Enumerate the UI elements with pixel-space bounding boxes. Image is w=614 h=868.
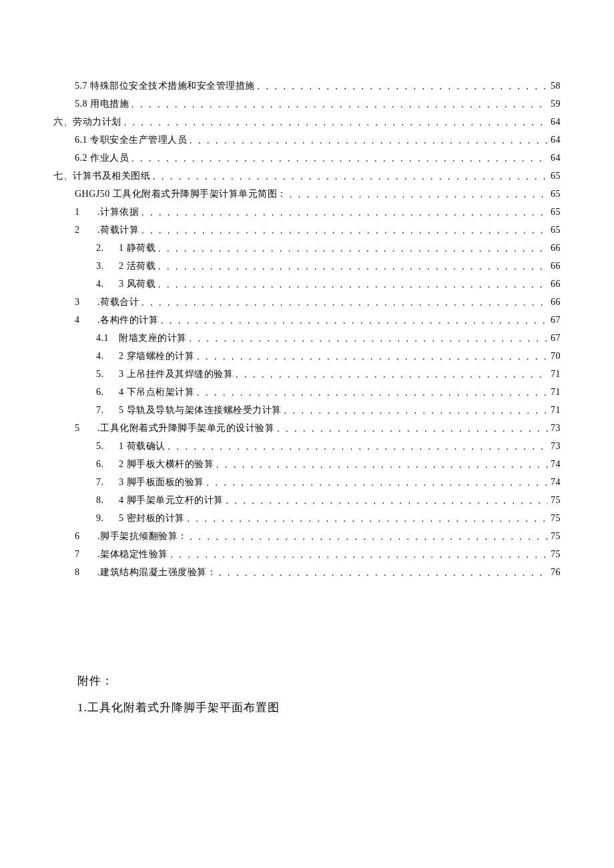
toc-leader-dots xyxy=(216,456,548,474)
toc-leader-dots xyxy=(190,131,548,149)
toc-number: 2. xyxy=(96,239,119,257)
toc-page-number: 75 xyxy=(551,509,561,527)
toc-page-number: 74 xyxy=(551,473,561,491)
toc-number: 8 xyxy=(75,563,97,581)
toc-leader-dots xyxy=(141,203,548,222)
appendix-title: 附件： xyxy=(77,668,561,695)
toc-leader-dots xyxy=(190,330,549,348)
toc-label: .各构件的计算 xyxy=(97,311,158,329)
toc-number: 5. xyxy=(96,365,119,383)
toc-label: .架体稳定性验算 xyxy=(97,545,168,563)
toc-entry: 7.架体稳定性验算75 xyxy=(53,545,561,563)
toc-label: 1 静荷载 xyxy=(119,239,156,257)
toc-leader-dots xyxy=(131,95,548,113)
toc-entry: 5.1 荷载确认73 xyxy=(53,437,561,455)
toc-page-number: 70 xyxy=(551,347,561,365)
toc-entry: 2.1 静荷载66 xyxy=(53,239,561,257)
toc-label: GHGJ50 工具化附着式升降脚手架计算单元简图： xyxy=(75,185,287,203)
toc-leader-dots xyxy=(284,402,549,420)
toc-leader-dots xyxy=(207,474,549,492)
toc-entry: 7.3 脚手板面板的验算74 xyxy=(53,473,561,491)
toc-leader-dots xyxy=(188,510,549,528)
toc-leader-dots xyxy=(290,185,548,203)
toc-page-number: 71 xyxy=(551,401,561,419)
toc-entry: 7.5 导轨及导轨与架体连接螺栓受力计算71 xyxy=(53,401,561,419)
toc-label: 3 风荷载 xyxy=(119,275,156,293)
toc-leader-dots xyxy=(158,258,548,276)
toc-entry: 3.2 活荷载66 xyxy=(53,257,561,275)
toc-page-number: 71 xyxy=(551,383,561,401)
toc-page-number: 76 xyxy=(551,563,561,581)
toc-entry: 5.3 上吊挂件及其焊缝的验算71 xyxy=(53,365,561,383)
toc-number: 6. xyxy=(96,383,119,401)
toc-page-number: 66 xyxy=(551,239,561,257)
toc-page-number: 75 xyxy=(551,491,561,509)
toc-entry: 七、计算书及相关图纸65 xyxy=(53,167,561,185)
toc-entry: 4.3 风荷载66 xyxy=(53,275,561,293)
toc-number: 4.1 xyxy=(96,329,119,347)
toc-page-number: 73 xyxy=(551,419,561,437)
toc-label: 七、计算书及相关图纸 xyxy=(53,167,150,185)
toc-label: 2 活荷载 xyxy=(119,257,156,275)
toc-number: 6. xyxy=(96,455,119,473)
appendix-item-1: 1.工具化附着式升降脚手架平面布置图 xyxy=(77,695,561,721)
toc-number: 7 xyxy=(75,545,97,563)
toc-leader-dots xyxy=(153,167,548,185)
toc-entry: 8.4 脚手架单元立杆的计算75 xyxy=(53,491,561,509)
toc-entry: 3.荷载合计66 xyxy=(53,293,561,311)
toc-label: 5.8 用电措施 xyxy=(75,95,129,113)
toc-page-number: 64 xyxy=(551,149,561,167)
toc-number: 5. xyxy=(96,437,119,455)
toc-number: 3 xyxy=(75,293,97,311)
toc-label: 附墙支座的计算 xyxy=(119,329,187,347)
toc-label: 5.7 特殊部位安全技术措施和安全管理措施 xyxy=(75,77,255,95)
toc-leader-dots xyxy=(190,528,549,546)
toc-page-number: 67 xyxy=(551,311,561,329)
toc-page-number: 65 xyxy=(551,203,561,221)
toc-page-number: 64 xyxy=(551,131,561,149)
toc-number: 4. xyxy=(96,275,119,293)
toc-page-number: 65 xyxy=(551,185,561,203)
toc-label: .荷载计算 xyxy=(97,221,139,239)
toc-label: 5 导轨及导轨与架体连接螺栓受力计算 xyxy=(119,401,282,419)
toc-number: 5 xyxy=(75,419,97,437)
toc-entry: 4.1 附墙支座的计算67 xyxy=(53,329,561,347)
toc-label: .脚手架抗倾翻验算： xyxy=(97,527,188,545)
toc-number: 7. xyxy=(96,473,119,491)
toc-entry: 6.4 下吊点桁架计算71 xyxy=(53,383,561,401)
toc-number: 2 xyxy=(75,221,97,239)
toc-leader-dots xyxy=(131,149,548,167)
toc-entry: 6.2 脚手板大横杆的验算74 xyxy=(53,455,561,473)
toc-leader-dots xyxy=(277,420,548,438)
toc-number: 4. xyxy=(96,347,119,365)
toc-leader-dots xyxy=(141,294,548,312)
toc-leader-dots xyxy=(158,240,548,258)
toc-page-number: 59 xyxy=(551,95,561,113)
toc-number: 1 xyxy=(75,203,97,221)
toc-number: 6 xyxy=(75,527,97,545)
toc-leader-dots xyxy=(161,312,548,330)
toc-entry: 5.工具化附着式升降脚手架单元的设计验算73 xyxy=(53,419,561,437)
toc-number: 9. xyxy=(96,509,119,527)
toc-page-number: 66 xyxy=(551,293,561,311)
toc-leader-dots xyxy=(197,384,548,402)
toc-label: .荷载合计 xyxy=(97,293,139,311)
toc-leader-dots xyxy=(168,438,549,456)
table-of-contents: 5.7 特殊部位安全技术措施和安全管理措施585.8 用电措施59六、劳动力计划… xyxy=(53,77,561,581)
toc-entry: 1.计算依据65 xyxy=(53,203,561,221)
toc-entry: 6.脚手架抗倾翻验算：75 xyxy=(53,527,561,545)
toc-label: 3 脚手板面板的验算 xyxy=(119,473,204,491)
toc-label: .工具化附着式升降脚手架单元的设计验算 xyxy=(97,419,274,437)
toc-leader-dots xyxy=(197,348,548,366)
toc-entry: 9.5 密封板的计算75 xyxy=(53,509,561,527)
appendix-section: 附件： 1.工具化附着式升降脚手架平面布置图 xyxy=(53,668,561,721)
toc-entry: GHGJ50 工具化附着式升降脚手架计算单元简图：65 xyxy=(53,185,561,203)
toc-entry: 5.8 用电措施59 xyxy=(53,95,561,113)
toc-entry: 6.1 专职安全生产管理人员64 xyxy=(53,131,561,149)
toc-page-number: 73 xyxy=(551,437,561,455)
toc-page-number: 66 xyxy=(551,275,561,293)
toc-number: 7. xyxy=(96,401,119,419)
toc-page-number: 58 xyxy=(551,77,561,95)
toc-label: 2 脚手板大横杆的验算 xyxy=(119,455,214,473)
toc-page-number: 75 xyxy=(551,545,561,563)
